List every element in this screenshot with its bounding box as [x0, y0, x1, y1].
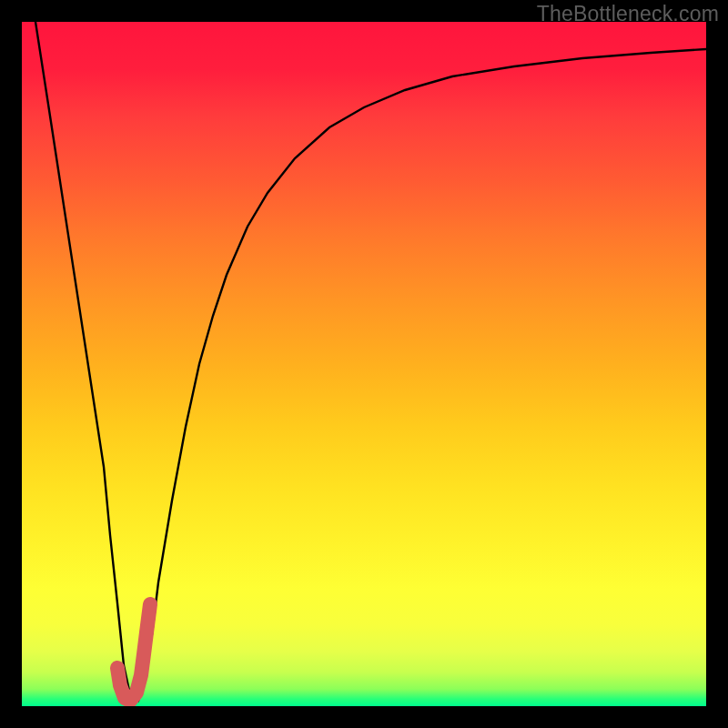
chart-frame: TheBottleneck.com — [0, 0, 728, 728]
watermark-text: TheBottleneck.com — [537, 2, 719, 26]
curve-layer — [22, 22, 706, 706]
bottleneck-curve — [35, 22, 706, 701]
plot-area — [22, 22, 706, 706]
